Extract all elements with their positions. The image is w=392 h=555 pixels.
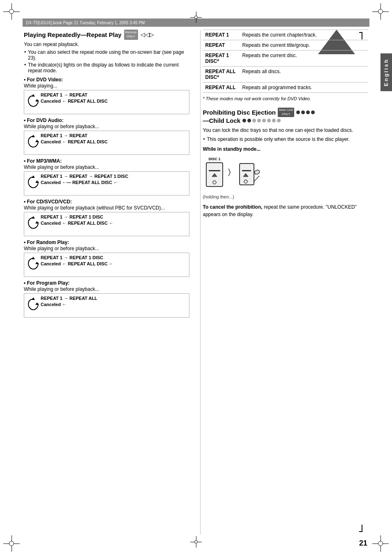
main-unit-badge: Main UnitONLY [278,108,294,117]
disc-label: DISC 1 [208,157,220,161]
dot-11 [272,119,276,122]
repeat-desc: Repeats the current title/group. [240,40,369,51]
section-title-text: Playing Repeatedly—Repeat Play [24,31,122,38]
svg-marker-4 [35,140,39,142]
page-number: 21 [359,539,367,548]
english-tab: English [380,53,392,91]
dvd-video-sub: While playing... [24,83,189,89]
dot-8 [257,119,261,122]
corner-bl [3,535,20,552]
main-content: Playing Repeatedly—Repeat Play RemoteONL… [24,30,368,534]
svg-marker-8 [35,221,39,223]
disc-unit-svg [205,162,224,189]
svg-marker-2 [35,99,39,101]
table-row-repeatalldisc: REPEAT ALL DISC* Repeats all discs. [203,67,369,83]
mp3-wma-flow-text: REPEAT 1 → REPEAT → REPEAT 1 DISC Cancel… [41,174,187,185]
intro-text: You can repeat playback. [24,41,189,47]
corner-tl [3,3,20,20]
corner-br [372,535,389,552]
dot-group-2 [242,119,281,122]
svg-rect-18 [242,170,251,171]
prohibiting-bullet: • This operation is possible only when t… [207,136,369,143]
cd-svcd-vcd-sub: While playing or before playback (withou… [24,205,189,211]
repeatalldisc-mode: REPEAT ALL DISC* [203,67,240,83]
dot-group-1 [296,111,315,114]
dot-6 [247,119,251,122]
bullet-1: • You can also select the repeat mode us… [28,49,189,61]
repeat-icon-random [28,255,39,274]
cd-svcd-vcd-label: • For CD/SVCD/VCD: [24,199,189,205]
svg-marker-6 [35,180,39,183]
cd-svcd-vcd-flow-text: REPEAT 1 → REPEAT 1 DISC Canceled ← REPE… [41,214,187,226]
remote-badge: RemoteONLY [124,30,138,40]
repeat-icon-dvd-video [28,92,39,112]
random-play-sub: While playing or before playback... [24,246,189,251]
repeat-table: REPEAT 1 Repeats the current chapter/tra… [203,30,369,93]
dvd-audio-flow: REPEAT 1 → REPEAT Canceled ← REPEAT ALL … [24,131,189,155]
disc-with-finger-svg [239,159,261,186]
holding-text: (holding then...) [203,194,369,199]
table-row-repeat: REPEAT Repeats the current title/group. [203,40,369,51]
arrow-right-illustration: 〉 [227,167,235,178]
footnote: * These modes may not work correctly for… [203,96,369,101]
header-text: DX-T5[UGUX].book Page 21 Tuesday, Februa… [26,21,145,25]
sound-icon: ◁◁▷ [141,31,154,38]
dvd-audio-sub: While playing or before playback... [24,124,189,129]
repeat-mode: REPEAT [203,40,240,51]
child-lock-title: —Child Lock [203,117,241,124]
svg-rect-17 [240,164,254,185]
cancel-bold: To cancel the prohibition, [203,204,263,210]
svg-marker-1 [32,94,35,97]
center-crosshair-top [190,12,202,23]
dot-1 [296,111,300,114]
svg-marker-3 [32,135,35,137]
prohibiting-title: Prohibiting Disc Ejection [203,109,276,116]
svg-marker-7 [32,216,35,219]
random-play-label: • For Random Play: [24,240,189,245]
svg-marker-11 [32,297,35,300]
repeat-icon-cd [28,214,39,234]
repeat-icon-mp3 [28,174,39,193]
prohibiting-intro: You can lock the disc trays so that no o… [203,127,369,134]
table-row-repeatall: REPEAT ALL Repeats all programmed tracks… [203,83,369,93]
bullet-2: • The indicator(s) lights on the display… [28,62,189,74]
center-crosshair-bottom [190,536,202,548]
dvd-video-flow: REPEAT 1 → REPEAT Canceled ← REPEAT ALL … [24,90,189,114]
repeat1-desc: Repeats the current chapter/track. [240,30,369,40]
dvd-audio-flow-text: REPEAT 1 → REPEAT Canceled ← REPEAT ALL … [41,133,187,144]
dot-7 [252,119,256,122]
repeatall-desc: Repeats all programmed tracks. [240,83,369,93]
repeat-icon-dvd-audio [28,133,39,152]
disc-unit-with-finger [239,159,261,186]
svg-line-21 [254,176,259,182]
repeatalldisc-desc: Repeats all discs. [240,67,369,83]
prohibiting-title-row: Prohibiting Disc Ejection Main UnitONLY [203,108,369,117]
dot-12 [277,119,281,122]
table-row-repeat1: REPEAT 1 Repeats the current chapter/tra… [203,30,369,40]
repeatall-mode: REPEAT ALL [203,83,240,93]
repeat-icon-program [28,296,39,315]
standby-label: While in standby mode... [203,146,369,152]
playing-repeatedly-title: Playing Repeatedly—Repeat Play RemoteONL… [24,30,189,40]
svg-marker-12 [35,302,39,305]
corner-tr [372,3,389,20]
dvd-video-flow-text: REPEAT 1 → REPEAT Canceled ← REPEAT ALL … [41,92,187,104]
dot-5 [242,119,246,122]
dvd-audio-label: • For DVD Audio: [24,117,189,123]
dot-4 [311,111,315,114]
english-label: English [383,58,389,86]
left-column: Playing Repeatedly—Repeat Play RemoteONL… [24,30,194,534]
repeat1disc-desc: Repeats the current disc. [240,51,369,67]
svg-marker-10 [35,262,39,264]
svg-marker-5 [32,175,35,178]
repeat1-mode: REPEAT 1 [203,30,240,40]
dot-3 [306,111,310,114]
program-play-sub: While playing or before playback... [24,286,189,292]
repeat1disc-mode: REPEAT 1 DISC* [203,51,240,67]
random-play-flow-text: REPEAT 1 → REPEAT 1 DISC Canceled ← REPE… [41,255,187,266]
program-play-label: • For Program Play: [24,280,189,286]
svg-marker-9 [32,257,35,259]
dot-2 [301,111,305,114]
dot-10 [267,119,271,122]
dvd-video-label: • For DVD Video: [24,77,189,83]
